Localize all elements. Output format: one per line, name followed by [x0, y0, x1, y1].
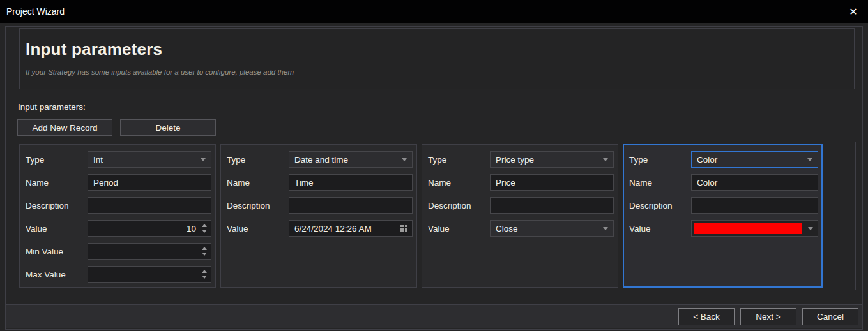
field-label: Name: [629, 178, 691, 188]
cancel-button[interactable]: Cancel: [802, 308, 858, 325]
field-label: Type: [227, 155, 289, 165]
field-row-description: Description: [227, 197, 413, 214]
page-title: Input parameters: [26, 40, 854, 59]
input-value: Period: [93, 178, 206, 188]
input-parameters-label: Input parameters:: [18, 102, 86, 112]
field-row-type: Type Int: [26, 151, 211, 168]
field-label: Name: [227, 178, 289, 188]
number-spinner: [201, 247, 208, 256]
input-value: Color: [697, 178, 812, 188]
field-row-name: Name Time: [227, 174, 413, 191]
field-label: Type: [26, 155, 88, 165]
field-label: Name: [428, 178, 490, 188]
field-row-description: Description: [26, 197, 211, 214]
delete-button[interactable]: Delete: [120, 119, 216, 136]
spinner-up-icon[interactable]: [202, 247, 207, 250]
datetime-input[interactable]: 6/24/2024 12:26 AM: [289, 220, 413, 237]
field-row-type: Type Date and time: [227, 151, 413, 168]
combobox-value: Close: [496, 224, 603, 233]
spinner-down-icon[interactable]: [202, 276, 207, 279]
datetime-value: 6/24/2024 12:26 AM: [294, 224, 400, 233]
name-input[interactable]: Period: [88, 174, 211, 191]
name-input[interactable]: Time: [289, 174, 413, 191]
field-label: Value: [227, 224, 289, 233]
close-button[interactable]: ✕: [844, 3, 863, 20]
number-spinner: [201, 270, 208, 279]
field-row-name: Name Period: [26, 174, 211, 191]
field-row-description: Description: [629, 197, 818, 214]
field-label: Type: [629, 155, 691, 165]
parameter-card-pricetype[interactable]: Type Price type Name Price Description V…: [422, 144, 618, 288]
field-label: Max Value: [26, 270, 88, 279]
field-label: Type: [428, 155, 490, 165]
name-input[interactable]: Price: [490, 174, 614, 191]
field-label: Description: [428, 201, 490, 210]
calendar-picker-icon[interactable]: [400, 225, 407, 232]
min-value-number-input[interactable]: [88, 243, 211, 260]
parameter-card-color[interactable]: Type Color Name Color Description Value: [623, 144, 823, 288]
chevron-down-icon: [603, 227, 608, 230]
combobox-value: Color: [697, 155, 807, 165]
field-row-name: Name Price: [428, 174, 614, 191]
field-row-min-value: Min Value: [26, 243, 211, 260]
combobox-value: Date and time: [294, 155, 402, 165]
add-new-record-button[interactable]: Add New Record: [17, 119, 112, 136]
combobox-value: Price type: [496, 155, 603, 165]
type-combobox[interactable]: Int: [88, 151, 211, 168]
field-row-name: Name Color: [629, 174, 818, 191]
parameters-list: Type Int Name Period Description Value 1…: [17, 142, 856, 290]
field-label: Value: [428, 224, 490, 233]
description-input[interactable]: [490, 197, 614, 214]
combobox-value: Int: [93, 155, 201, 165]
field-label: Value: [26, 224, 88, 233]
number-spinner: [201, 224, 208, 233]
type-combobox[interactable]: Price type: [490, 151, 614, 168]
chevron-down-icon: [201, 158, 206, 161]
field-row-value: Value 6/24/2024 12:26 AM: [227, 220, 413, 237]
type-combobox[interactable]: Date and time: [289, 151, 413, 168]
field-label: Min Value: [26, 247, 88, 256]
field-label: Description: [26, 201, 88, 210]
description-input[interactable]: [88, 197, 211, 214]
max-value-number-input[interactable]: [88, 266, 211, 283]
field-row-description: Description: [428, 197, 614, 214]
parameter-card-int[interactable]: Type Int Name Period Description Value 1…: [19, 144, 216, 288]
field-row-type: Type Color: [629, 151, 818, 168]
window-titlebar: Project Wizard ✕: [0, 0, 868, 23]
wizard-header: Input parameters If your Strategy has so…: [19, 28, 855, 89]
type-combobox[interactable]: Color: [691, 151, 818, 168]
field-row-max-value: Max Value: [26, 266, 211, 283]
spinner-up-icon[interactable]: [202, 224, 207, 227]
field-row-value: Value: [629, 220, 818, 237]
field-row-value: Value Close: [428, 220, 614, 237]
spinner-down-icon[interactable]: [202, 230, 207, 233]
chevron-down-icon: [603, 158, 608, 161]
field-label: Value: [629, 224, 691, 233]
chevron-down-icon: [402, 158, 407, 161]
wizard-footer: < Back Next > Cancel: [6, 304, 862, 328]
spinner-down-icon[interactable]: [202, 253, 207, 256]
color-swatch: [694, 223, 802, 234]
parameter-card-datetime[interactable]: Type Date and time Name Time Description…: [220, 144, 417, 288]
window-title: Project Wizard: [0, 6, 65, 17]
value-combobox[interactable]: Close: [490, 220, 614, 237]
input-value: Price: [496, 178, 608, 188]
close-icon: ✕: [849, 6, 857, 18]
field-label: Name: [26, 178, 88, 188]
back-button[interactable]: < Back: [678, 308, 735, 325]
color-picker-dropdown[interactable]: [691, 220, 818, 237]
number-value: 10: [93, 224, 201, 233]
field-row-type: Type Price type: [428, 151, 614, 168]
name-input[interactable]: Color: [691, 174, 818, 191]
spinner-up-icon[interactable]: [202, 270, 207, 273]
next-button[interactable]: Next >: [740, 308, 796, 325]
description-input[interactable]: [691, 197, 818, 214]
input-value: Time: [294, 178, 407, 188]
page-subtitle: If your Strategy has some inputs availab…: [26, 68, 854, 76]
chevron-down-icon: [807, 158, 812, 161]
field-label: Description: [629, 201, 691, 210]
chevron-down-icon: [808, 227, 813, 230]
value-number-input[interactable]: 10: [88, 220, 211, 237]
field-row-value: Value 10: [26, 220, 211, 237]
description-input[interactable]: [289, 197, 413, 214]
